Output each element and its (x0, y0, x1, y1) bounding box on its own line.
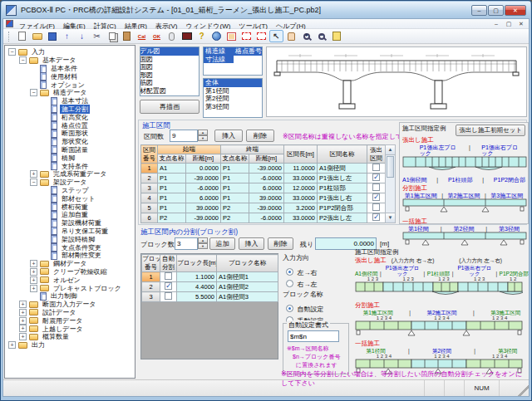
save-file-button[interactable] (45, 30, 59, 42)
zoom-window-button[interactable] (254, 30, 268, 42)
check-button[interactable]: OK (150, 30, 164, 42)
section-count-spinner[interactable]: ▲▼ (198, 130, 208, 141)
collapse-icon[interactable]: − (19, 56, 27, 64)
scroll-thumb[interactable] (387, 156, 394, 178)
pan-button[interactable] (284, 30, 298, 42)
help-button[interactable]: ? (195, 30, 209, 42)
tree-item-上越しデータ[interactable]: +上越しデータ (7, 325, 135, 333)
overlay-item[interactable]: 格点番号 (234, 47, 262, 56)
plot-area-button[interactable] (224, 30, 239, 42)
zoom-in-button[interactable]: + (299, 30, 313, 42)
auto-split-checkbox[interactable] (165, 292, 172, 300)
expand-icon[interactable]: + (30, 260, 37, 267)
overlay-item[interactable]: 構造線 (204, 47, 234, 56)
view-list-item[interactable]: モデル図 (140, 47, 199, 56)
collapse-icon[interactable]: − (30, 178, 37, 186)
expand-icon[interactable]: + (30, 285, 37, 292)
globe-button[interactable] (209, 30, 224, 42)
move-up-button[interactable]: ↑ (60, 30, 74, 42)
copy-button[interactable] (105, 30, 119, 42)
direction-right-left-radio[interactable]: 右→左 (286, 275, 317, 290)
tree-item-概算数量[interactable]: +概算数量 (7, 333, 135, 341)
view-type-list[interactable]: モデル図側面図断面図線形図配筋図鋼材配置図 (140, 46, 200, 96)
cantilever-checkbox[interactable] (372, 164, 380, 171)
section-table-row[interactable]: 1A10.0000P1-39.000011.0000A1側径間 (141, 164, 386, 174)
move-down-button[interactable]: ↓ (75, 30, 89, 42)
mdi-close-button[interactable]: ✕ (516, 21, 526, 27)
calc-button[interactable]: Cal (135, 30, 149, 42)
print-preview-button[interactable] (329, 30, 343, 42)
image-view-button[interactable] (180, 30, 194, 42)
cantilever-init-button[interactable]: 張出し施工初期セット (456, 125, 525, 136)
overlay-item[interactable]: 寸法線 (204, 56, 234, 64)
section-table-row[interactable]: 4P16.0000P139.000033.0000P1張出し右 (141, 193, 386, 203)
span-list-item[interactable]: 第2径間 (204, 95, 262, 103)
section-table-row[interactable]: 3P1-6.0000P16.000012.0000P1柱頭部 (141, 183, 386, 193)
cantilever-checkbox[interactable] (372, 193, 380, 201)
expand-icon[interactable]: + (19, 309, 27, 316)
pointer-tool-button[interactable] (165, 30, 179, 42)
span-list-item[interactable]: 第1径間 (204, 87, 262, 95)
block-add-button[interactable]: 追加 (209, 237, 235, 250)
block-table-row[interactable]: 24.4000A1側径間2 (142, 282, 278, 292)
view-list-item[interactable]: 側面図 (140, 56, 199, 64)
section-table-row[interactable]: 5P139.0000P2-39.00003.2000P1P2閉合部 (141, 203, 386, 213)
restore-button[interactable]: ▢ (488, 5, 504, 16)
construction-section-table[interactable]: 区間番号始端終端区間長[m]区間名称張出区間支点名称距離[m]支点名称距離[m]… (140, 144, 385, 223)
expand-icon[interactable]: + (30, 170, 37, 178)
collapse-icon[interactable]: − (8, 48, 16, 56)
mdi-minimize-button[interactable]: – (491, 21, 501, 27)
auto-format-input[interactable]: $m$n (288, 330, 339, 342)
section-count-input[interactable]: 9 (170, 130, 198, 142)
span-list[interactable]: 全体第1径間第2径間第3径間 (203, 78, 263, 118)
block-insert-button[interactable]: 挿入 (239, 237, 264, 250)
block-count-input[interactable]: 3 (175, 237, 198, 250)
view-list-item[interactable]: 断面図 (140, 63, 199, 71)
overlay-item[interactable] (234, 56, 262, 64)
section-insert-button[interactable]: 挿入 (214, 130, 243, 142)
view-list-item[interactable]: 配筋図 (140, 79, 199, 87)
span-list-item[interactable]: 全体 (204, 79, 262, 87)
block-delete-button[interactable]: 削除 (268, 237, 293, 250)
expand-icon[interactable]: + (19, 325, 27, 332)
cantilever-checkbox[interactable] (372, 203, 380, 211)
open-file-button[interactable] (30, 30, 44, 42)
auto-split-checkbox[interactable] (165, 282, 172, 290)
view-list-item[interactable]: 線形図 (140, 71, 199, 80)
expand-icon[interactable]: + (30, 276, 37, 284)
view-list-item[interactable]: 鋼材配置図 (140, 87, 199, 95)
expand-icon[interactable]: + (30, 268, 37, 276)
expand-icon[interactable]: + (8, 341, 16, 349)
close-button[interactable]: ✕ (505, 5, 526, 16)
minimize-button[interactable]: – (471, 5, 487, 16)
expand-icon[interactable]: + (19, 317, 27, 325)
section-table-row[interactable]: 2P1-39.0000P1-6.000033.0000P1張出し左 (141, 174, 386, 183)
section-table-row[interactable]: 7P2-6.0000P26.000012.0000P2柱頭部 (141, 223, 386, 224)
span-list-item[interactable]: 第3径間 (204, 103, 262, 111)
mdi-restore-button[interactable]: ▢ (504, 21, 514, 27)
scroll-up-icon[interactable]: ▲ (386, 145, 395, 155)
cut-button[interactable]: ✂ (90, 30, 104, 42)
cantilever-checkbox[interactable] (372, 213, 380, 221)
block-table-container[interactable]: ブロック番号自動分割ブロック長[m]ブロック名称11.1000A1側径間124.… (140, 253, 278, 359)
auto-split-checkbox[interactable] (165, 272, 172, 280)
redraw-button[interactable]: 再描画 (140, 100, 200, 114)
collapse-icon[interactable]: − (30, 89, 37, 96)
block-count-spinner[interactable]: ▲▼ (198, 237, 208, 249)
table-scrollbar[interactable]: ▲ ▼ (385, 144, 396, 223)
zoom-extents-button[interactable] (239, 30, 254, 42)
select-button[interactable]: ↖ (269, 30, 283, 42)
cantilever-checkbox[interactable] (372, 183, 380, 191)
tree-item-出力[interactable]: +出力 (7, 341, 135, 350)
toolbar-grip[interactable] (8, 32, 11, 42)
section-table-row[interactable]: 6P2-39.0000P2-6.000033.0000P2張出し左 (141, 213, 386, 223)
block-table-row[interactable]: 35.5000A1側径間3 (142, 292, 278, 302)
zoom-out-button[interactable]: − (314, 30, 328, 42)
section-delete-button[interactable]: 削除 (246, 130, 274, 142)
overlay-list[interactable]: 構造線格点番号寸法線 (203, 46, 263, 76)
block-table-row[interactable]: 11.1000A1側径間1 (142, 272, 278, 282)
expand-icon[interactable]: + (19, 333, 27, 340)
scroll-down-icon[interactable]: ▼ (386, 213, 395, 223)
new-file-button[interactable] (15, 30, 29, 42)
paste-button[interactable] (120, 30, 134, 42)
